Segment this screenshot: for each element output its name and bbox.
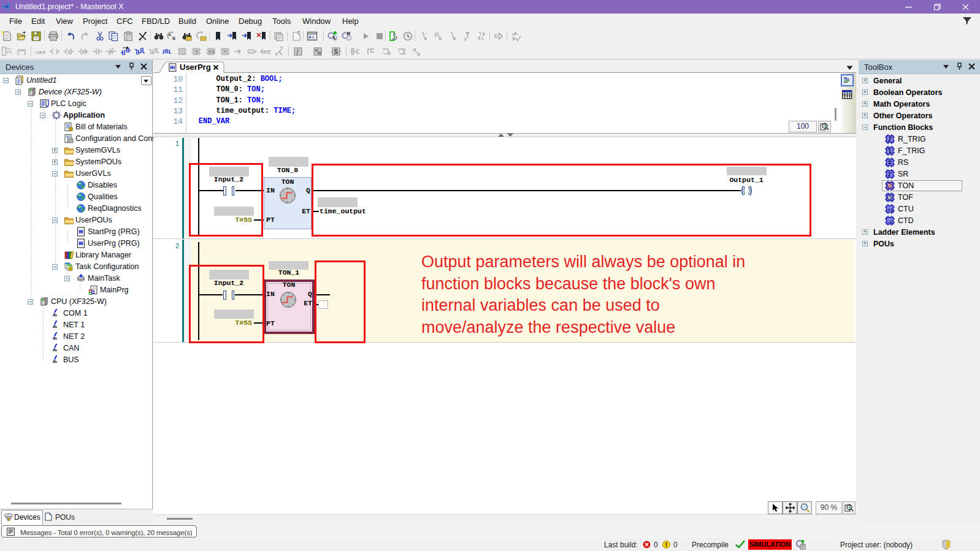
svg-text:?: ? (195, 49, 199, 55)
svg-text:(**): (**) (17, 48, 26, 55)
svg-text:-VAR: -VAR (34, 50, 45, 55)
svg-text:A: A (168, 32, 171, 37)
svg-text:-1: -1 (888, 219, 893, 224)
svg-text:N: N (318, 51, 321, 55)
svg-text:S: S (67, 48, 71, 55)
svg-text:+1: +1 (887, 207, 894, 213)
svg-text:EN: EN (209, 49, 215, 55)
svg-text:R: R (82, 48, 86, 55)
svg-text:RET: RET (264, 49, 271, 55)
svg-text:B: B (172, 36, 175, 40)
svg-text:S: S (334, 48, 339, 55)
